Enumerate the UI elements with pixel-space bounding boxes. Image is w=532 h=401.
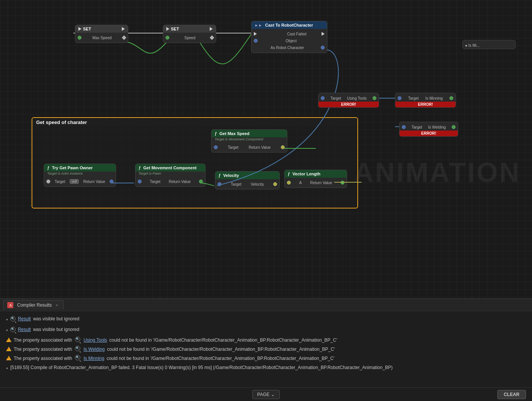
comment-box-get-speed: Get speed of charater ƒ Try Get Pawn Own… <box>32 117 358 208</box>
blueprint-canvas[interactable]: SET Max Speed SET Speed ►► <box>0 0 532 298</box>
try-get-pawn-node[interactable]: ƒ Try Get Pawn Owner Target is Anim Inst… <box>44 164 116 187</box>
warn-icon-5 <box>6 356 11 360</box>
object-pin[interactable] <box>254 39 258 43</box>
log-item-3: The property associated with 🔍 Using Too… <box>6 336 526 345</box>
pawn-target-row: Target self Return Value <box>44 178 116 185</box>
using-tools-target-pin[interactable] <box>321 96 325 100</box>
max-speed-label: Max Speed <box>92 36 112 40</box>
log-link-1[interactable]: Result <box>18 315 31 322</box>
log-item-1: • 🔍 Result was visible but ignored <box>6 314 526 325</box>
try-get-pawn-subtitle: Target is Anim Instance <box>44 172 116 177</box>
search-icon-2: 🔍 <box>10 327 16 332</box>
try-get-pawn-label: Try Get Pawn Owner <box>52 165 93 170</box>
is-minning-row: Target Is Minning <box>395 95 456 102</box>
bottom-panel: ⚠ Compiler Results × • 🔍 Result was visi… <box>0 298 532 401</box>
movement-return-pin[interactable] <box>199 180 203 183</box>
get-max-speed-label: Get Max Speed <box>220 131 250 136</box>
set-speed-node[interactable]: SET Speed <box>163 25 216 43</box>
exec-out-arrow <box>122 27 125 31</box>
log-prefix-4: The property associated with <box>14 346 72 353</box>
page-button[interactable]: PAGE ⌄ <box>252 390 280 399</box>
speed-label: Speed <box>185 36 196 40</box>
animation-watermark: ANIMATION <box>354 157 521 188</box>
is-welding-target-pin[interactable] <box>402 125 406 129</box>
bullet-2: • <box>6 326 8 334</box>
max-speed-out-pin[interactable] <box>122 35 126 40</box>
using-tools-out-pin[interactable] <box>373 96 376 100</box>
search-icon-4: 🔍 <box>75 346 80 351</box>
clear-button[interactable]: CLEAR <box>497 390 526 399</box>
velocity-row: Target Velocity <box>215 181 279 188</box>
is-mining-right-node[interactable]: ● Is Mi... <box>462 40 516 49</box>
search-icon-3: 🔍 <box>75 337 80 342</box>
pawn-target-pin[interactable] <box>46 180 50 183</box>
panel-footer: PAGE ⌄ CLEAR <box>0 387 532 401</box>
page-label: PAGE <box>257 392 269 397</box>
tab-close-button[interactable]: × <box>54 302 59 308</box>
log-suffix-3: could not be found in '/Game/RobotCharac… <box>109 337 337 344</box>
vector-a-pin[interactable] <box>287 181 291 185</box>
exec-in-arrow <box>78 27 81 31</box>
exec-out-arrow2 <box>210 27 213 31</box>
velocity-node[interactable]: ƒ Velocity Target Velocity <box>215 171 280 189</box>
is-welding-node[interactable]: Target Is Welding ERROR! <box>399 122 458 137</box>
log-item-5: The property associated with 🔍 Is Minnin… <box>6 354 526 363</box>
cast-robot-row: As Robot Character <box>252 44 327 51</box>
set-max-speed-label: SET <box>83 27 91 31</box>
max-speed-func-return-pin[interactable] <box>281 145 285 149</box>
max-speed-pin-row: Max Speed <box>75 34 128 41</box>
max-speed-func-target-pin[interactable] <box>214 145 218 149</box>
is-minning-error: ERROR! <box>395 102 456 107</box>
movement-target-pin[interactable] <box>138 180 142 183</box>
get-max-speed-node[interactable]: ƒ Get Max Speed Target is Movement Compo… <box>211 129 287 153</box>
log-link-2[interactable]: Result <box>18 326 31 333</box>
log-link-5[interactable]: Is Minning <box>83 355 104 362</box>
warn-icon-4 <box>6 347 11 351</box>
is-minning-node[interactable]: Target Is Minning ERROR! <box>395 93 456 108</box>
log-text-2: was visible but ignored <box>33 326 79 333</box>
get-movement-subtitle: Target is Pawn <box>135 172 205 177</box>
movement-target-row: Target Return Value <box>135 178 205 185</box>
velocity-header: ƒ Velocity <box>215 172 279 179</box>
vector-return-pin[interactable] <box>341 181 344 185</box>
using-tools-node[interactable]: Target Using Tools ERROR! <box>318 93 379 108</box>
max-speed-in-pin[interactable] <box>78 36 81 40</box>
cast-label: Cast To RobotCharacter <box>265 23 313 27</box>
velocity-label: Velocity <box>223 173 239 178</box>
is-minning-label: Is Minning <box>425 96 443 100</box>
tab-label: Compiler Results <box>17 302 52 308</box>
cast-to-robot-node[interactable]: ►► Cast To RobotCharacter Cast Failed Ob… <box>251 21 327 53</box>
log-link-4[interactable]: Is Welding <box>83 346 105 353</box>
set-max-speed-node[interactable]: SET Max Speed <box>75 25 128 43</box>
is-minning-target-pin[interactable] <box>398 96 401 100</box>
velocity-return-pin[interactable] <box>273 182 277 186</box>
speed-out-pin[interactable] <box>210 35 214 40</box>
compiler-results-content[interactable]: • 🔍 Result was visible but ignored • 🔍 R… <box>0 311 532 387</box>
max-speed-target-row: Target Return Value <box>212 144 287 151</box>
bullet-1: • <box>6 316 8 324</box>
speed-pin-row: Speed <box>163 34 216 41</box>
search-icon-5: 🔍 <box>75 355 80 360</box>
cast-failed-out <box>322 32 325 36</box>
is-welding-label: Is Welding <box>428 125 446 129</box>
get-movement-node[interactable]: ƒ Get Movement Component Target is Pawn … <box>135 164 205 187</box>
page-chevron: ⌄ <box>271 392 275 397</box>
vector-length-label: Vector Length <box>293 172 320 176</box>
vector-length-node[interactable]: ƒ Vector Length A Return Value <box>284 170 347 188</box>
log-text-1: was visible but ignored <box>33 315 79 322</box>
using-tools-error: ERROR! <box>319 102 379 107</box>
using-tools-row: Target Using Tools <box>319 95 379 102</box>
speed-in-pin[interactable] <box>166 36 169 40</box>
is-welding-out-pin[interactable] <box>452 125 456 129</box>
compiler-results-tab[interactable]: ⚠ Compiler Results × <box>3 300 64 310</box>
as-robot-pin[interactable] <box>321 46 325 49</box>
pawn-return-pin[interactable] <box>110 180 113 183</box>
warn-icon-3 <box>6 337 11 342</box>
get-movement-label: Get Movement Component <box>143 165 197 170</box>
is-minning-out-pin[interactable] <box>449 96 453 100</box>
log-link-3[interactable]: Using Tools <box>83 337 107 344</box>
velocity-target-pin[interactable] <box>218 182 221 186</box>
tab-bar: ⚠ Compiler Results × <box>0 299 532 311</box>
log-suffix-4: could not be found in '/Game/RobotCharac… <box>107 346 335 353</box>
get-movement-header: ƒ Get Movement Component <box>135 164 205 172</box>
